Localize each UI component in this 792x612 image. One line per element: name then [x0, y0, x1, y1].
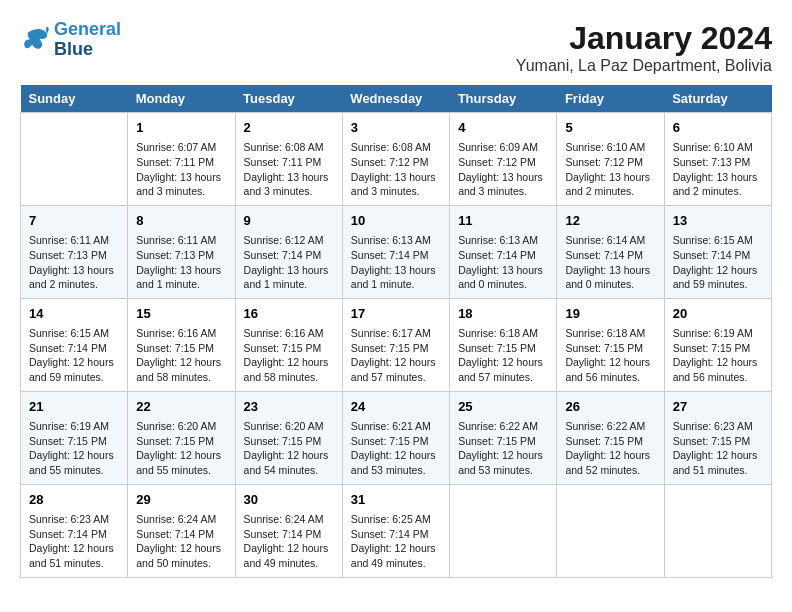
sunrise: Sunrise: 6:19 AM: [673, 326, 763, 341]
sunset: Sunset: 7:12 PM: [565, 155, 655, 170]
sunset: Sunset: 7:14 PM: [136, 527, 226, 542]
daylight: Daylight: 12 hours and 51 minutes.: [29, 541, 119, 570]
logo-bird-icon: [20, 26, 50, 54]
calendar-cell: [21, 113, 128, 206]
header-wednesday: Wednesday: [342, 85, 449, 113]
daylight: Daylight: 13 hours and 1 minute.: [244, 263, 334, 292]
day-number: 22: [136, 398, 226, 416]
sunrise: Sunrise: 6:19 AM: [29, 419, 119, 434]
daylight: Daylight: 13 hours and 2 minutes.: [565, 170, 655, 199]
day-number: 16: [244, 305, 334, 323]
calendar-week-row: 14 Sunrise: 6:15 AM Sunset: 7:14 PM Dayl…: [21, 298, 772, 391]
day-info: Sunrise: 6:20 AM Sunset: 7:15 PM Dayligh…: [244, 419, 334, 478]
calendar-cell: [450, 484, 557, 577]
sunrise: Sunrise: 6:13 AM: [351, 233, 441, 248]
sunrise: Sunrise: 6:10 AM: [673, 140, 763, 155]
day-number: 29: [136, 491, 226, 509]
sunset: Sunset: 7:14 PM: [565, 248, 655, 263]
sunrise: Sunrise: 6:24 AM: [136, 512, 226, 527]
sunrise: Sunrise: 6:17 AM: [351, 326, 441, 341]
sunset: Sunset: 7:14 PM: [351, 527, 441, 542]
sunrise: Sunrise: 6:22 AM: [565, 419, 655, 434]
header-friday: Friday: [557, 85, 664, 113]
day-info: Sunrise: 6:16 AM Sunset: 7:15 PM Dayligh…: [244, 326, 334, 385]
daylight: Daylight: 12 hours and 56 minutes.: [565, 355, 655, 384]
daylight: Daylight: 12 hours and 59 minutes.: [673, 263, 763, 292]
calendar-week-row: 7 Sunrise: 6:11 AM Sunset: 7:13 PM Dayli…: [21, 205, 772, 298]
day-info: Sunrise: 6:10 AM Sunset: 7:12 PM Dayligh…: [565, 140, 655, 199]
day-info: Sunrise: 6:24 AM Sunset: 7:14 PM Dayligh…: [136, 512, 226, 571]
day-number: 28: [29, 491, 119, 509]
sunrise: Sunrise: 6:07 AM: [136, 140, 226, 155]
day-info: Sunrise: 6:13 AM Sunset: 7:14 PM Dayligh…: [458, 233, 548, 292]
sunrise: Sunrise: 6:09 AM: [458, 140, 548, 155]
logo: GeneralBlue: [20, 20, 121, 60]
day-info: Sunrise: 6:22 AM Sunset: 7:15 PM Dayligh…: [458, 419, 548, 478]
day-info: Sunrise: 6:20 AM Sunset: 7:15 PM Dayligh…: [136, 419, 226, 478]
calendar-cell: 6 Sunrise: 6:10 AM Sunset: 7:13 PM Dayli…: [664, 113, 771, 206]
sunrise: Sunrise: 6:11 AM: [136, 233, 226, 248]
sunset: Sunset: 7:15 PM: [673, 434, 763, 449]
day-number: 6: [673, 119, 763, 137]
calendar-week-row: 1 Sunrise: 6:07 AM Sunset: 7:11 PM Dayli…: [21, 113, 772, 206]
sunset: Sunset: 7:15 PM: [351, 434, 441, 449]
sunset: Sunset: 7:15 PM: [29, 434, 119, 449]
calendar-cell: 26 Sunrise: 6:22 AM Sunset: 7:15 PM Dayl…: [557, 391, 664, 484]
day-number: 21: [29, 398, 119, 416]
calendar-cell: 20 Sunrise: 6:19 AM Sunset: 7:15 PM Dayl…: [664, 298, 771, 391]
calendar-cell: 3 Sunrise: 6:08 AM Sunset: 7:12 PM Dayli…: [342, 113, 449, 206]
day-number: 13: [673, 212, 763, 230]
day-info: Sunrise: 6:08 AM Sunset: 7:11 PM Dayligh…: [244, 140, 334, 199]
sunrise: Sunrise: 6:12 AM: [244, 233, 334, 248]
calendar-cell: 5 Sunrise: 6:10 AM Sunset: 7:12 PM Dayli…: [557, 113, 664, 206]
sunrise: Sunrise: 6:14 AM: [565, 233, 655, 248]
day-info: Sunrise: 6:22 AM Sunset: 7:15 PM Dayligh…: [565, 419, 655, 478]
sunrise: Sunrise: 6:08 AM: [244, 140, 334, 155]
sunset: Sunset: 7:13 PM: [673, 155, 763, 170]
daylight: Daylight: 12 hours and 49 minutes.: [244, 541, 334, 570]
sunset: Sunset: 7:11 PM: [244, 155, 334, 170]
daylight: Daylight: 12 hours and 55 minutes.: [29, 448, 119, 477]
day-info: Sunrise: 6:19 AM Sunset: 7:15 PM Dayligh…: [29, 419, 119, 478]
day-number: 10: [351, 212, 441, 230]
day-number: 24: [351, 398, 441, 416]
calendar-cell: 13 Sunrise: 6:15 AM Sunset: 7:14 PM Dayl…: [664, 205, 771, 298]
sunrise: Sunrise: 6:16 AM: [136, 326, 226, 341]
sunrise: Sunrise: 6:23 AM: [673, 419, 763, 434]
day-number: 26: [565, 398, 655, 416]
sunrise: Sunrise: 6:22 AM: [458, 419, 548, 434]
calendar-header-row: SundayMondayTuesdayWednesdayThursdayFrid…: [21, 85, 772, 113]
calendar-cell: 28 Sunrise: 6:23 AM Sunset: 7:14 PM Dayl…: [21, 484, 128, 577]
day-number: 18: [458, 305, 548, 323]
day-info: Sunrise: 6:23 AM Sunset: 7:14 PM Dayligh…: [29, 512, 119, 571]
daylight: Daylight: 12 hours and 53 minutes.: [351, 448, 441, 477]
calendar-week-row: 21 Sunrise: 6:19 AM Sunset: 7:15 PM Dayl…: [21, 391, 772, 484]
sunrise: Sunrise: 6:24 AM: [244, 512, 334, 527]
daylight: Daylight: 13 hours and 3 minutes.: [458, 170, 548, 199]
sunrise: Sunrise: 6:20 AM: [136, 419, 226, 434]
daylight: Daylight: 13 hours and 1 minute.: [351, 263, 441, 292]
daylight: Daylight: 12 hours and 52 minutes.: [565, 448, 655, 477]
daylight: Daylight: 12 hours and 58 minutes.: [136, 355, 226, 384]
sunset: Sunset: 7:15 PM: [458, 434, 548, 449]
day-number: 11: [458, 212, 548, 230]
sunrise: Sunrise: 6:25 AM: [351, 512, 441, 527]
daylight: Daylight: 13 hours and 0 minutes.: [565, 263, 655, 292]
day-number: 20: [673, 305, 763, 323]
day-number: 1: [136, 119, 226, 137]
header-thursday: Thursday: [450, 85, 557, 113]
calendar-cell: 10 Sunrise: 6:13 AM Sunset: 7:14 PM Dayl…: [342, 205, 449, 298]
daylight: Daylight: 12 hours and 54 minutes.: [244, 448, 334, 477]
sunset: Sunset: 7:14 PM: [244, 248, 334, 263]
day-number: 4: [458, 119, 548, 137]
daylight: Daylight: 12 hours and 50 minutes.: [136, 541, 226, 570]
sunset: Sunset: 7:13 PM: [136, 248, 226, 263]
calendar-cell: 22 Sunrise: 6:20 AM Sunset: 7:15 PM Dayl…: [128, 391, 235, 484]
sunset: Sunset: 7:12 PM: [351, 155, 441, 170]
day-info: Sunrise: 6:18 AM Sunset: 7:15 PM Dayligh…: [565, 326, 655, 385]
calendar-table: SundayMondayTuesdayWednesdayThursdayFrid…: [20, 85, 772, 578]
day-number: 30: [244, 491, 334, 509]
day-info: Sunrise: 6:21 AM Sunset: 7:15 PM Dayligh…: [351, 419, 441, 478]
calendar-cell: 24 Sunrise: 6:21 AM Sunset: 7:15 PM Dayl…: [342, 391, 449, 484]
calendar-cell: 12 Sunrise: 6:14 AM Sunset: 7:14 PM Dayl…: [557, 205, 664, 298]
